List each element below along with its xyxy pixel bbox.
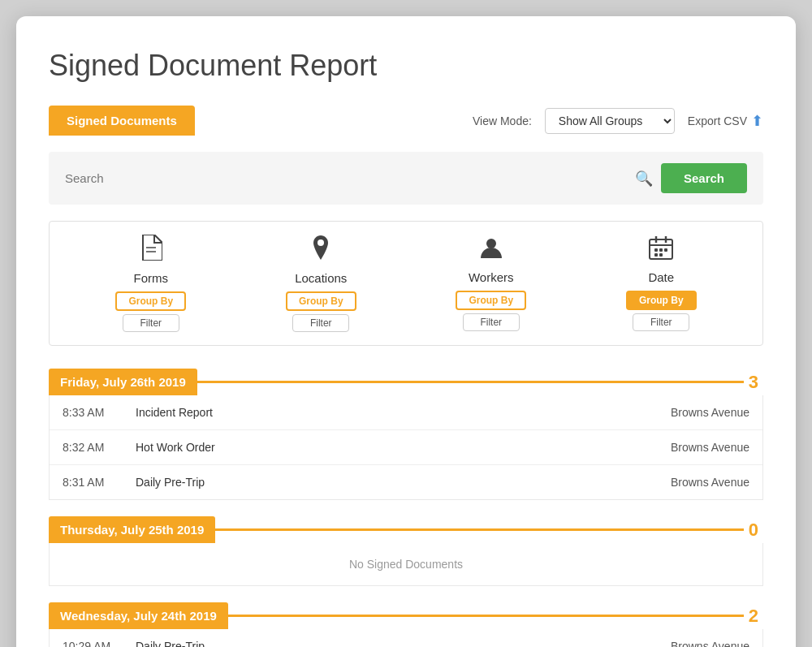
forms-icon: [140, 235, 162, 266]
forms-filter-button[interactable]: Filter: [123, 314, 179, 332]
group-header-line-1: [215, 528, 743, 531]
filter-row: Forms Group By Filter Locations Group By…: [49, 221, 763, 346]
search-button[interactable]: Search: [661, 163, 747, 193]
signed-docs-tab[interactable]: Signed Documents: [49, 106, 195, 136]
export-csv-label: Export CSV: [688, 114, 747, 127]
table-row: 8:31 AM Daily Pre-Trip Browns Avenue: [50, 465, 762, 499]
top-bar: Signed Documents View Mode: Show All Gro…: [49, 106, 763, 136]
workers-label: Workers: [469, 270, 514, 284]
workers-icon: [479, 235, 503, 265]
search-bar: 🔍 Search: [49, 152, 763, 205]
doc-name: Daily Pre-Trip: [136, 476, 671, 489]
doc-location: Browns Avenue: [671, 640, 749, 647]
top-right: View Mode: Show All Groups Export CSV ⬆: [473, 108, 763, 134]
filter-item-workers: Workers Group By Filter: [406, 235, 577, 331]
date-filter-button[interactable]: Filter: [633, 313, 689, 331]
groups-container: Friday, July 26th 2019 3 8:33 AM Inciden…: [49, 369, 763, 647]
forms-label: Forms: [134, 271, 169, 285]
forms-group-by-button[interactable]: Group By: [115, 291, 186, 311]
doc-name: Incident Report: [136, 406, 671, 419]
search-magnifier-icon: 🔍: [635, 170, 653, 187]
group-count-2: 2: [744, 606, 763, 627]
group-section-0: Friday, July 26th 2019 3 8:33 AM Inciden…: [49, 369, 763, 500]
doc-time: 8:33 AM: [63, 406, 136, 419]
forms-buttons: Group By Filter: [115, 291, 186, 332]
svg-point-3: [486, 239, 496, 248]
svg-rect-10: [664, 248, 667, 252]
doc-time: 10:29 AM: [63, 640, 136, 647]
group-header-label-0: Friday, July 26th 2019: [49, 369, 197, 395]
table-row: 10:29 AM Daily Pre-Trip Browns Avenue: [50, 629, 762, 647]
doc-location: Browns Avenue: [671, 406, 749, 419]
svg-rect-9: [659, 248, 663, 252]
svg-rect-12: [659, 253, 663, 257]
group-header-wrapper-0: Friday, July 26th 2019 3: [49, 369, 763, 395]
view-mode-label: View Mode:: [473, 114, 532, 127]
group-header-wrapper-1: Thursday, July 25th 2019 0: [49, 516, 763, 543]
date-label: Date: [648, 270, 674, 284]
svg-point-2: [317, 239, 324, 246]
table-row: 8:33 AM Incident Report Browns Avenue: [50, 395, 762, 430]
no-docs-label-1: No Signed Documents: [49, 543, 763, 586]
group-count-1: 0: [744, 520, 763, 541]
page-title: Signed Document Report: [49, 49, 763, 83]
search-icon-button[interactable]: 🔍: [635, 170, 653, 188]
cloud-upload-icon: ⬆: [751, 112, 763, 130]
group-header-label-2: Wednesday, July 24th 2019: [49, 602, 228, 629]
filter-item-locations: Locations Group By Filter: [236, 235, 407, 332]
date-icon: [649, 235, 673, 265]
workers-filter-button[interactable]: Filter: [463, 313, 520, 331]
group-header-line-0: [197, 381, 744, 383]
workers-buttons: Group By Filter: [456, 291, 526, 331]
group-header-line-2: [228, 615, 744, 617]
doc-location: Browns Avenue: [671, 476, 749, 489]
group-section-2: Wednesday, July 24th 2019 2 10:29 AM Dai…: [49, 602, 763, 647]
group-header-wrapper-2: Wednesday, July 24th 2019 2: [49, 602, 763, 629]
export-csv-button[interactable]: Export CSV ⬆: [688, 112, 763, 130]
doc-time: 8:32 AM: [63, 441, 136, 454]
locations-group-by-button[interactable]: Group By: [286, 291, 356, 311]
doc-location: Browns Avenue: [671, 441, 749, 454]
svg-rect-8: [654, 248, 658, 252]
search-input[interactable]: [65, 171, 627, 185]
group-count-0: 3: [744, 372, 763, 393]
workers-group-by-button[interactable]: Group By: [456, 291, 526, 310]
locations-label: Locations: [295, 271, 347, 285]
group-header-label-1: Thursday, July 25th 2019: [49, 516, 215, 543]
group-rows-2: 10:29 AM Daily Pre-Trip Browns Avenue 9:…: [49, 629, 763, 647]
filter-item-date: Date Group By Filter: [577, 235, 747, 331]
table-row: 8:32 AM Hot Work Order Browns Avenue: [50, 430, 762, 465]
locations-icon: [311, 235, 330, 266]
locations-buttons: Group By Filter: [286, 291, 356, 332]
group-rows-0: 8:33 AM Incident Report Browns Avenue 8:…: [49, 395, 763, 500]
group-section-1: Thursday, July 25th 2019 0 No Signed Doc…: [49, 516, 763, 586]
doc-time: 8:31 AM: [63, 476, 136, 489]
doc-name: Hot Work Order: [136, 441, 671, 454]
view-mode-select[interactable]: Show All Groups: [545, 108, 675, 134]
date-group-by-button[interactable]: Group By: [626, 291, 697, 310]
date-buttons: Group By Filter: [626, 291, 697, 331]
locations-filter-button[interactable]: Filter: [292, 314, 349, 332]
doc-name: Daily Pre-Trip: [136, 640, 671, 647]
filter-item-forms: Forms Group By Filter: [66, 235, 236, 332]
svg-rect-11: [654, 253, 658, 257]
main-card: Signed Document Report Signed Documents …: [16, 16, 796, 647]
